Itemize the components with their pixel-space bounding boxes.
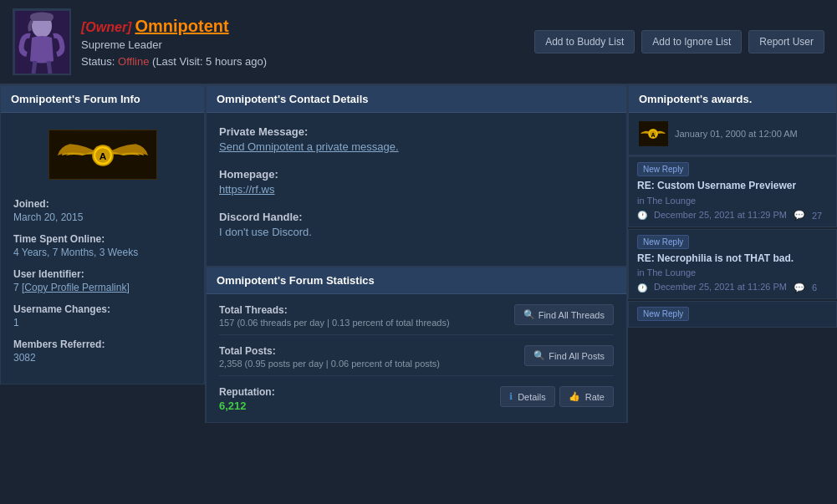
thread-item-2: New Reply xyxy=(628,301,837,328)
user-id-value: 7 [Copy Profile Permalink] xyxy=(13,282,191,293)
avatar-container xyxy=(13,8,71,75)
rep-value: 6,212 xyxy=(219,400,500,412)
rep-stat-text: Reputation: 6,212 xyxy=(219,386,500,412)
search-threads-icon: 🔍 xyxy=(523,309,535,320)
homepage-label: Homepage: xyxy=(219,168,614,181)
pm-value[interactable]: Send Omnipotent a private message. xyxy=(219,140,614,153)
discord-label: Discord Handle: xyxy=(219,211,614,223)
clock-icon-0: 🕐 xyxy=(637,211,647,220)
svg-text:A: A xyxy=(99,150,106,161)
svg-text:A: A xyxy=(651,132,655,138)
right-column: Omnipotent's awards. A January 01, 2000 … xyxy=(628,85,837,423)
awards-header: Omnipotent's awards. xyxy=(629,86,836,113)
rate-label: Rate xyxy=(585,392,605,402)
comment-count-1: 6 xyxy=(812,283,817,293)
user-id-row: User Identifier: 7 [Copy Profile Permali… xyxy=(13,268,191,293)
thread-stats-1: 🕐 December 25, 2021 at 11:26 PM 💬 6 xyxy=(629,280,836,298)
forum-info-section: Omnipotent's Forum Info xyxy=(0,85,205,384)
username-line: [Owner] Omnipotent xyxy=(81,17,534,36)
posts-value: 2,358 (0.95 posts per day | 0.06 percent… xyxy=(219,359,524,369)
thread-section: New Reply RE: Custom Username Previewer … xyxy=(628,156,837,328)
homepage-link[interactable]: https://rf.ws xyxy=(219,183,274,196)
posts-stat-text: Total Posts: 2,358 (0.95 posts per day |… xyxy=(219,345,524,369)
badge-svg: A xyxy=(49,132,156,178)
forum-info-header: Omnipotent's Forum Info xyxy=(1,86,204,113)
middle-column: Omnipotent's Contact Details Private Mes… xyxy=(205,85,628,423)
report-user-button[interactable]: Report User xyxy=(748,30,824,53)
thread-item-1: New Reply RE: Necrophilia is not THAT ba… xyxy=(628,229,837,300)
status-line: Status: Offline (Last Visit: 5 hours ago… xyxy=(81,55,534,68)
username-changes-value: 1 xyxy=(13,317,191,328)
rep-label: Reputation: xyxy=(219,386,500,398)
homepage-item: Homepage: https://rf.ws xyxy=(219,168,614,196)
add-to-ignore-list-button[interactable]: Add to Ignore List xyxy=(641,30,742,53)
page-header: [Owner] Omnipotent Supreme Leader Status… xyxy=(0,0,837,85)
award-icon-badge: A xyxy=(639,121,668,146)
thread-forum-0: in The Lounge xyxy=(637,196,828,206)
threads-label: Total Threads: xyxy=(219,304,514,316)
username-changes-label: Username Changes: xyxy=(13,303,191,315)
user-info-block: [Owner] Omnipotent Supreme Leader Status… xyxy=(81,17,534,68)
discord-value: I don't use Discord. xyxy=(219,226,614,238)
find-all-threads-button[interactable]: 🔍 Find All Threads xyxy=(514,304,614,325)
info-icon: ℹ xyxy=(509,391,513,402)
comment-count-0: 27 xyxy=(812,211,822,221)
status-text: Offline xyxy=(118,55,149,68)
new-reply-badge-2: New Reply xyxy=(637,307,689,321)
awards-section: Omnipotent's awards. A January 01, 2000 … xyxy=(628,85,837,156)
username: Omnipotent xyxy=(135,17,228,36)
search-posts-icon: 🔍 xyxy=(533,350,545,361)
forum-info-body: Joined: March 20, 2015 Time Spent Online… xyxy=(1,188,204,384)
contact-body: Private Message: Send Omnipotent a priva… xyxy=(207,113,626,266)
user-badge-area: A xyxy=(1,113,204,188)
pm-link[interactable]: Send Omnipotent a private message. xyxy=(219,140,399,153)
members-referred-row: Members Referred: 3082 xyxy=(13,339,191,364)
owner-tag: [Owner] xyxy=(81,20,131,35)
status-suffix: (Last Visit: 5 hours ago) xyxy=(152,55,267,68)
thread-item-0: New Reply RE: Custom Username Previewer … xyxy=(628,156,837,227)
contact-section: Omnipotent's Contact Details Private Mes… xyxy=(206,85,627,267)
thread-title-1[interactable]: RE: Necrophilia is not THAT bad. xyxy=(637,252,828,266)
members-referred-value: 3082 xyxy=(13,352,191,364)
joined-label: Joined: xyxy=(13,198,191,210)
private-message-item: Private Message: Send Omnipotent a priva… xyxy=(219,125,614,153)
award-date: January 01, 2000 at 12:00 AM xyxy=(675,129,798,139)
award-item: A January 01, 2000 at 12:00 AM xyxy=(629,113,836,155)
rep-buttons: ℹ Details 👍 Rate xyxy=(500,386,614,407)
thread-date-1: December 25, 2021 at 11:26 PM xyxy=(654,282,787,292)
user-title: Supreme Leader xyxy=(81,38,534,51)
copy-profile-permalink[interactable]: Copy Profile Permalink xyxy=(24,282,126,293)
find-threads-label: Find All Threads xyxy=(538,310,605,320)
stats-header: Omnipotent's Forum Statistics xyxy=(207,267,626,294)
new-reply-badge-1: New Reply xyxy=(637,235,689,249)
rep-details-button[interactable]: ℹ Details xyxy=(500,386,555,407)
find-all-posts-button[interactable]: 🔍 Find All Posts xyxy=(524,345,614,366)
find-posts-label: Find All Posts xyxy=(549,351,605,361)
posts-stat-row: Total Posts: 2,358 (0.95 posts per day |… xyxy=(219,345,614,376)
time-online-label: Time Spent Online: xyxy=(13,233,191,245)
discord-item: Discord Handle: I don't use Discord. xyxy=(219,211,614,238)
thread-header-row-1: New Reply RE: Necrophilia is not THAT ba… xyxy=(629,230,836,281)
username-changes-row: Username Changes: 1 xyxy=(13,303,191,328)
thread-title-0[interactable]: RE: Custom Username Previewer xyxy=(637,180,828,193)
status-prefix: Status: xyxy=(81,55,115,68)
joined-row: Joined: March 20, 2015 xyxy=(13,198,191,223)
threads-stat-text: Total Threads: 157 (0.06 threads per day… xyxy=(219,304,514,328)
avatar-svg xyxy=(15,11,69,74)
user-id-label: User Identifier: xyxy=(13,268,191,280)
stats-body: Total Threads: 157 (0.06 threads per day… xyxy=(207,294,626,422)
members-referred-label: Members Referred: xyxy=(13,339,191,350)
stats-section: Omnipotent's Forum Statistics Total Thre… xyxy=(206,267,627,423)
time-online-row: Time Spent Online: 4 Years, 7 Months, 3 … xyxy=(13,233,191,258)
award-wings-svg: A xyxy=(639,122,668,145)
avatar-image xyxy=(15,11,69,74)
details-label: Details xyxy=(518,392,546,402)
pm-label: Private Message: xyxy=(219,125,614,138)
homepage-value: https://rf.ws xyxy=(219,183,614,196)
joined-value: March 20, 2015 xyxy=(13,211,191,223)
threads-value: 157 (0.06 threads per day | 0.13 percent… xyxy=(219,318,514,328)
add-to-buddy-list-button[interactable]: Add to Buddy List xyxy=(534,30,635,53)
thread-stats-0: 🕐 December 25, 2021 at 11:29 PM 💬 27 xyxy=(629,208,836,227)
rep-rate-button[interactable]: 👍 Rate xyxy=(559,386,614,407)
left-column: Omnipotent's Forum Info xyxy=(0,85,205,423)
